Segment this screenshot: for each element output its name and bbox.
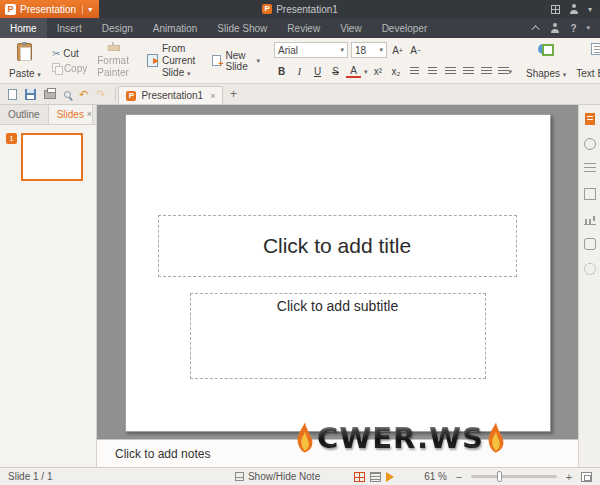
italic-button[interactable]: I xyxy=(292,64,307,79)
slide-thumbnail-list: 1 xyxy=(0,125,96,467)
font-row-bottom: B I U S A ▾ x² x₂ ▾ xyxy=(274,64,513,79)
zoom-out-button[interactable]: − xyxy=(453,471,465,483)
numbering-button[interactable] xyxy=(425,64,440,79)
align-right-icon xyxy=(481,67,492,76)
shapes-button[interactable]: Shapes ▾ xyxy=(521,40,571,81)
wps-presentation-window: P Presentation ▾ P Presentation1 ▾ Home … xyxy=(0,0,600,485)
chevron-down-icon: ▾ xyxy=(82,5,92,14)
tab-design[interactable]: Design xyxy=(92,18,143,38)
document-tab-presentation1[interactable]: P Presentation1 × xyxy=(118,86,223,104)
slide-sorter-view-button[interactable] xyxy=(370,472,381,482)
tab-animation[interactable]: Animation xyxy=(143,18,207,38)
copy-button[interactable]: Copy xyxy=(48,62,91,75)
print-button[interactable] xyxy=(44,90,56,99)
close-panel-icon[interactable]: × xyxy=(87,109,92,119)
new-tab-button[interactable]: + xyxy=(223,84,243,104)
chevron-down-icon[interactable]: ▾ xyxy=(588,5,592,14)
tab-review[interactable]: Review xyxy=(277,18,330,38)
new-slide-button[interactable]: New Slide ▾ xyxy=(206,40,266,81)
bullets-button[interactable] xyxy=(407,64,422,79)
chart-tool-icon[interactable] xyxy=(584,213,596,225)
account-icon[interactable] xyxy=(550,23,560,33)
slide-editor[interactable]: Click to add title Click to add subtitle xyxy=(125,114,551,432)
tab-insert[interactable]: Insert xyxy=(47,18,92,38)
slideshow-play-button[interactable] xyxy=(386,472,394,482)
strikethrough-button[interactable]: S xyxy=(328,64,343,79)
save-button[interactable] xyxy=(25,89,36,100)
font-size-combobox[interactable]: 18 ▾ xyxy=(351,42,387,58)
task-pane-document-icon[interactable] xyxy=(585,113,595,125)
chevron-down-icon[interactable]: ▾ xyxy=(364,68,368,76)
from-current-slide-button[interactable]: From Current Slide ▾ xyxy=(141,40,206,81)
tab-view[interactable]: View xyxy=(330,18,372,38)
collapse-ribbon-icon[interactable] xyxy=(532,25,540,33)
text-box-button[interactable]: Text Box ▾ xyxy=(571,40,600,81)
notes-placeholder-text: Click to add notes xyxy=(115,447,210,461)
clipboard-group: Paste ▾ ✂ Cut Copy Format Painter xyxy=(4,40,133,81)
settings-icon[interactable] xyxy=(584,263,596,275)
layout-switch-icon[interactable] xyxy=(551,5,560,14)
close-tab-icon[interactable]: × xyxy=(210,91,215,101)
slides-panel: Outline Slides × 1 xyxy=(0,105,97,467)
document-tab-label: Presentation1 xyxy=(141,90,203,101)
line-spacing-button[interactable]: ▾ xyxy=(497,64,514,79)
tab-developer[interactable]: Developer xyxy=(372,18,438,38)
user-account-icon[interactable] xyxy=(569,4,579,14)
minus-icon: − xyxy=(417,47,421,54)
chevron-down-icon: ▾ xyxy=(509,68,513,76)
slide-thumbnail-image xyxy=(21,133,83,181)
cut-button[interactable]: ✂ Cut xyxy=(48,47,91,60)
grow-font-button[interactable]: A+ xyxy=(390,43,405,58)
font-color-icon: A xyxy=(350,66,357,76)
chevron-down-icon: ▾ xyxy=(563,71,567,78)
underline-button[interactable]: U xyxy=(310,64,325,79)
title-placeholder[interactable]: Click to add title xyxy=(158,215,517,277)
copy-label: Copy xyxy=(64,63,87,74)
align-left-button[interactable] xyxy=(443,64,458,79)
show-hide-note-toggle[interactable]: Show/Hide Note xyxy=(235,471,320,482)
app-menu-button[interactable]: P Presentation ▾ xyxy=(0,0,99,18)
zoom-slider-handle[interactable] xyxy=(497,471,502,482)
tab-slide-show[interactable]: Slide Show xyxy=(207,18,277,38)
format-painter-button[interactable]: Format Painter xyxy=(93,40,133,81)
zoom-in-button[interactable]: + xyxy=(563,471,575,483)
shrink-font-button[interactable]: A− xyxy=(408,43,423,58)
notes-pane[interactable]: Click to add notes xyxy=(97,439,578,467)
new-slide-icon xyxy=(212,55,221,66)
superscript-button[interactable]: x² xyxy=(371,64,386,79)
align-center-button[interactable] xyxy=(461,64,476,79)
font-color-button[interactable]: A xyxy=(346,65,361,78)
insert-group: Shapes ▾ Text Box ▾ Picture xyxy=(521,40,600,81)
outline-tool-icon[interactable] xyxy=(584,163,596,175)
slide-thumbnail-1[interactable]: 1 xyxy=(6,133,90,181)
new-document-button[interactable] xyxy=(8,89,17,100)
side-toolbar xyxy=(578,105,600,467)
tab-home[interactable]: Home xyxy=(0,18,47,38)
chevron-down-icon[interactable]: ▾ xyxy=(586,24,590,32)
normal-view-button[interactable] xyxy=(354,472,365,482)
bold-button[interactable]: B xyxy=(274,64,289,79)
slide-canvas[interactable]: Click to add title Click to add subtitle xyxy=(97,105,578,439)
history-icon[interactable] xyxy=(584,138,596,150)
print-preview-button[interactable] xyxy=(64,91,71,98)
layout-tool-icon[interactable] xyxy=(584,188,596,200)
comment-tool-icon[interactable] xyxy=(584,238,596,250)
subscript-button[interactable]: x₂ xyxy=(389,64,404,79)
cut-copy-stack: ✂ Cut Copy xyxy=(46,40,93,81)
subtitle-placeholder[interactable]: Click to add subtitle xyxy=(190,293,486,379)
presentation-file-icon: P xyxy=(262,4,272,14)
paste-button[interactable]: Paste ▾ xyxy=(4,40,46,81)
redo-button[interactable]: ↷ xyxy=(96,89,105,100)
undo-button[interactable]: ↶ xyxy=(79,89,88,100)
zoom-slider[interactable] xyxy=(471,475,557,478)
font-family-combobox[interactable]: Arial ▾ xyxy=(274,42,348,58)
panel-tab-bar: Outline Slides × xyxy=(0,105,96,125)
chevron-down-icon: ▾ xyxy=(37,71,41,78)
fit-to-window-button[interactable] xyxy=(581,472,592,482)
tab-outline[interactable]: Outline xyxy=(0,105,48,124)
format-painter-label-2: Painter xyxy=(97,67,129,78)
bullet-list-icon xyxy=(410,67,419,76)
help-icon[interactable]: ? xyxy=(570,23,576,34)
align-right-button[interactable] xyxy=(479,64,494,79)
printer-icon xyxy=(44,90,56,99)
